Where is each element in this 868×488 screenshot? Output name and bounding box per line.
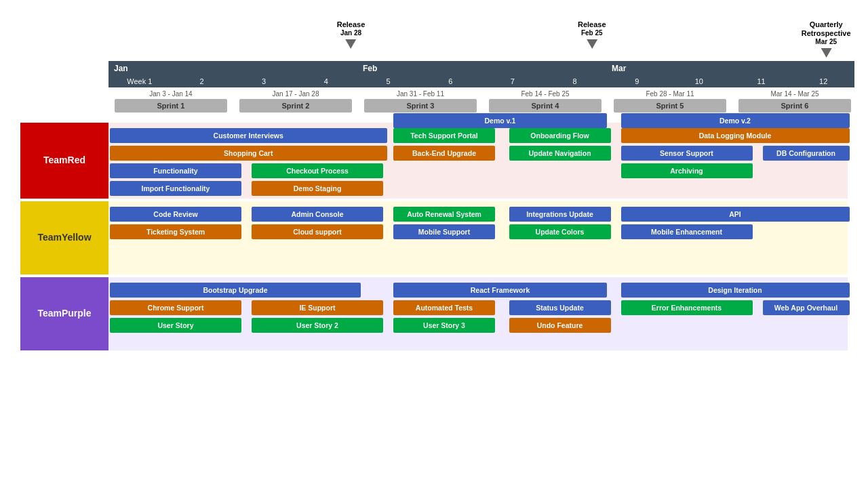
week-label: 6 bbox=[419, 77, 481, 85]
task-bar: Undo Feature bbox=[509, 318, 611, 333]
task-bar: API bbox=[621, 207, 850, 222]
team-row-purple: TeamPurpleBootstrap UpgradeChrome Suppor… bbox=[20, 277, 848, 350]
sprint-block: Feb 14 - Feb 25Sprint 4 bbox=[489, 90, 601, 113]
task-bar: Integrations Update bbox=[509, 207, 611, 222]
team-label-purple: TeamPurple bbox=[20, 277, 108, 350]
task-bar: Mobile Support bbox=[393, 224, 495, 239]
sprint-block: Feb 28 - Mar 11Sprint 5 bbox=[614, 90, 726, 113]
milestone: ReleaseJan 28 bbox=[337, 20, 366, 49]
month-label: Mar bbox=[606, 64, 854, 73]
task-bar: Chrome Support bbox=[110, 300, 241, 315]
milestone: QuarterlyRetrospectiveMar 25 bbox=[802, 20, 851, 58]
week-label: 12 bbox=[792, 77, 854, 85]
week-label: 5 bbox=[357, 77, 420, 85]
week-label: 7 bbox=[481, 77, 544, 85]
task-bar: Sensor Support bbox=[621, 146, 753, 161]
task-bar: Bootstrap Upgrade bbox=[110, 283, 361, 298]
task-bar: Demo Staging bbox=[252, 181, 383, 196]
month-label: Feb bbox=[357, 64, 606, 73]
task-bar: Cloud support bbox=[252, 224, 383, 239]
task-bar: Customer Interviews bbox=[110, 128, 387, 143]
task-bar: Status Update bbox=[509, 300, 611, 315]
task-bar: Web App Overhaul bbox=[763, 300, 850, 315]
sprint-block: Jan 3 - Jan 14Sprint 1 bbox=[115, 90, 227, 113]
task-bar: Update Navigation bbox=[509, 146, 611, 161]
month-label: Jan bbox=[108, 64, 357, 73]
task-bar: Import Functionality bbox=[110, 181, 241, 196]
team-label-yellow: TeamYellow bbox=[20, 201, 108, 274]
task-bar: Error Enhancements bbox=[621, 300, 753, 315]
team-row-yellow: TeamYellowCode ReviewTicketing SystemAdm… bbox=[20, 201, 848, 274]
sprint-block: Mar 14 - Mar 25Sprint 6 bbox=[738, 90, 851, 113]
teams-container: TeamRedCustomer InterviewsShopping CartF… bbox=[20, 123, 848, 350]
task-bar: Tech Support Portal bbox=[393, 128, 495, 143]
task-bar: React Framework bbox=[393, 283, 607, 298]
week-label: 10 bbox=[668, 77, 730, 85]
task-bar: User Story 3 bbox=[393, 318, 495, 333]
week-label: 8 bbox=[544, 77, 606, 85]
task-bar: Update Colors bbox=[509, 224, 611, 239]
sprint-block: Jan 17 - Jan 28Sprint 2 bbox=[239, 90, 352, 113]
team-content-red: Customer InterviewsShopping CartFunction… bbox=[108, 123, 848, 199]
sprint-block: Jan 31 - Feb 11Sprint 3 bbox=[364, 90, 477, 113]
task-bar: Demo v.1 bbox=[393, 113, 607, 128]
task-bar: IE Support bbox=[252, 300, 383, 315]
task-bar: Admin Console bbox=[252, 207, 383, 222]
task-bar: Design Iteration bbox=[621, 283, 850, 298]
team-content-purple: Bootstrap UpgradeChrome SupportUser Stor… bbox=[108, 277, 848, 350]
task-bar: Back-End Upgrade bbox=[393, 146, 495, 161]
task-bar: Archiving bbox=[621, 163, 753, 178]
team-label-red: TeamRed bbox=[20, 123, 108, 199]
week-label: 2 bbox=[171, 77, 233, 85]
week-label: 4 bbox=[295, 77, 357, 85]
task-bar: Code Review bbox=[110, 207, 241, 222]
team-row-red: TeamRedCustomer InterviewsShopping CartF… bbox=[20, 123, 848, 199]
team-content-yellow: Code ReviewTicketing SystemAdmin Console… bbox=[108, 201, 848, 274]
task-bar: User Story 2 bbox=[252, 318, 383, 333]
main-container: ReleaseJan 28ReleaseFeb 25QuarterlyRetro… bbox=[0, 0, 868, 367]
task-bar: Functionality bbox=[110, 163, 241, 178]
task-bar: Demo v.2 bbox=[621, 113, 850, 128]
week-label: 11 bbox=[730, 77, 793, 85]
task-bar: Checkout Process bbox=[252, 163, 383, 178]
timeline-header: JanFebMar Week 123456789101112 bbox=[108, 61, 848, 87]
task-bar: Mobile Enhancement bbox=[621, 224, 753, 239]
task-bar: Data Logging Module bbox=[621, 128, 850, 143]
week-label: Week 1 bbox=[108, 77, 171, 85]
task-bar: Shopping Cart bbox=[110, 146, 387, 161]
week-label: 9 bbox=[606, 77, 668, 85]
task-bar: Onboarding Flow bbox=[509, 128, 611, 143]
task-bar: User Story bbox=[110, 318, 241, 333]
task-bar: Automated Tests bbox=[393, 300, 495, 315]
task-bar: DB Configuration bbox=[763, 146, 850, 161]
week-label: 3 bbox=[233, 77, 295, 85]
milestone: ReleaseFeb 25 bbox=[578, 20, 606, 49]
task-bar: Auto Renewal System bbox=[393, 207, 495, 222]
milestones-area: ReleaseJan 28ReleaseFeb 25QuarterlyRetro… bbox=[108, 14, 848, 61]
task-bar: Ticketing System bbox=[110, 224, 241, 239]
